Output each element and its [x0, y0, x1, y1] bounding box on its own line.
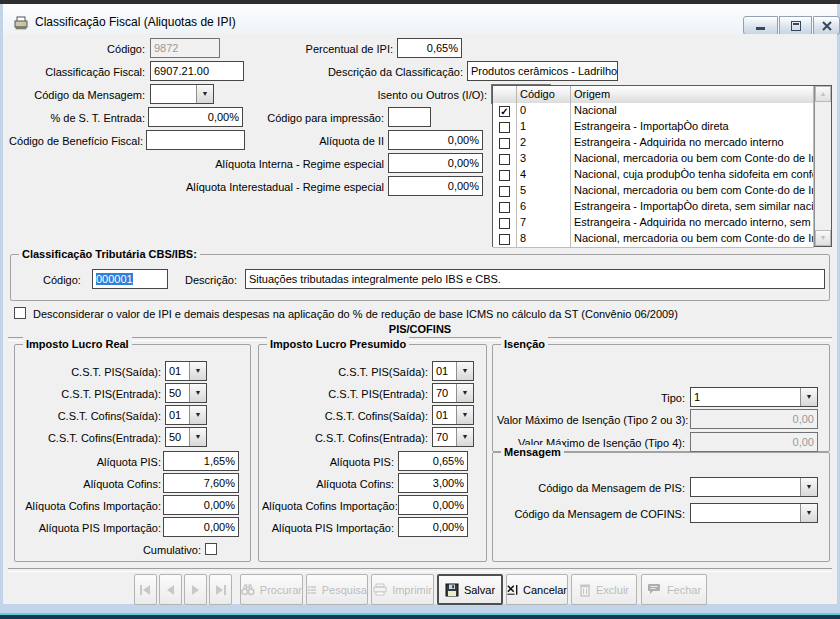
header-codigo[interactable]: Código [517, 86, 571, 103]
chevron-down-icon[interactable]: ▼ [456, 384, 473, 402]
printer-icon [373, 583, 387, 596]
lr-aliquota-cofins-imp-field[interactable]: 0,00% [163, 495, 239, 515]
chevron-down-icon[interactable]: ▼ [800, 388, 817, 406]
row-checkbox[interactable] [499, 218, 510, 229]
origem-row[interactable]: 3 Nacional, mercadoria ou bem com Conte·… [493, 151, 814, 168]
origem-row[interactable]: 7 Estrangeira - Adquirida no mercado int… [493, 215, 814, 232]
origem-row[interactable]: 8 Nacional, mercadoria ou bem com Conte·… [493, 231, 814, 248]
origem-row[interactable]: 2 Estrangeira - Adquirida no mercado int… [493, 135, 814, 152]
origem-row[interactable]: 5 Nacional, mercadoria ou bem com Conte·… [493, 183, 814, 200]
classificacao-fiscal-label: Classificação Fiscal: [2, 65, 145, 79]
codigo-impressao-field[interactable] [388, 107, 431, 127]
header-origem[interactable]: Origem [571, 86, 814, 103]
lr-aliquota-pis-imp-field[interactable]: 0,00% [163, 517, 239, 537]
next-record-button[interactable] [184, 574, 207, 605]
st-entrada-field[interactable]: 0,00% [148, 107, 243, 127]
imprimir-button: Imprimir [371, 574, 434, 605]
row-checkbox[interactable] [499, 154, 510, 165]
excluir-label: Excluir [596, 584, 629, 596]
desconsiderar-label: Desconsiderar o valor de IPI e demais de… [33, 307, 813, 321]
chevron-down-icon[interactable]: ▼ [456, 428, 473, 446]
lr-aliquota-cofins-field[interactable]: 7,60% [163, 473, 239, 493]
descricao-classificacao-field[interactable]: Produtos cerâmicos - Ladrilhos e p [467, 61, 618, 81]
row-origem: Nacional [571, 103, 814, 119]
accent-line [0, 613, 840, 615]
aliquota-ii-field[interactable]: 0,00% [388, 130, 483, 150]
row-checkbox[interactable] [499, 170, 510, 181]
st-entrada-label: % de S. T. Entrada: [2, 111, 145, 125]
percentual-ipi-label: Percentual de IPI: [250, 42, 393, 56]
lr-cst-cofins-saida-dropdown[interactable]: 01▼ [165, 405, 207, 425]
cancelar-button[interactable]: Cancelar [506, 574, 568, 605]
last-record-button[interactable] [209, 574, 232, 605]
fechar-button: Fechar [641, 574, 707, 605]
aliquota-interestadual-field[interactable]: 0,00% [388, 176, 483, 196]
codigo-field: 9872 [150, 38, 220, 58]
lp-cst-pis-saida-dropdown[interactable]: 01▼ [432, 361, 474, 381]
lr-aliquota-pis-field[interactable]: 1,65% [163, 451, 239, 471]
chevron-down-icon[interactable]: ▼ [189, 406, 206, 424]
aliquota-interna-field[interactable]: 0,00% [388, 153, 483, 173]
origem-row[interactable]: 1 Estrangeira - ImportaþÒo direta [493, 119, 814, 136]
lp-cst-cofins-entrada-label: C.S.T. Cofins(Entrada): [280, 431, 428, 445]
isencao-tipo-dropdown[interactable]: 1▼ [690, 387, 818, 407]
first-record-button[interactable] [134, 574, 157, 605]
lr-cst-pis-saida-dropdown[interactable]: 01▼ [165, 361, 207, 381]
lp-aliquota-cofins-imp-field[interactable]: 0,00% [398, 495, 468, 515]
chevron-down-icon[interactable]: ▼ [800, 478, 817, 496]
codigo-mensagem-dropdown[interactable]: ▼ [150, 84, 214, 104]
codigo-beneficio-field[interactable] [146, 130, 245, 150]
previous-record-button[interactable] [159, 574, 182, 605]
row-checkbox[interactable] [499, 202, 510, 213]
chevron-down-icon[interactable]: ▼ [196, 85, 213, 103]
grid-scrollbar[interactable]: ▲ ▼ [814, 86, 831, 246]
first-record-icon [139, 584, 152, 596]
lr-cst-pis-entrada-dropdown[interactable]: 50▼ [165, 383, 207, 403]
imprimir-label: Imprimir [392, 584, 432, 596]
lp-aliquota-cofins-field[interactable]: 3,00% [398, 473, 468, 493]
scroll-up-icon[interactable]: ▲ [815, 86, 831, 102]
chevron-down-icon[interactable]: ▼ [189, 428, 206, 446]
cbs-descricao-field[interactable]: Situações tributadas integralmente pelo … [245, 269, 825, 289]
lr-aliquota-cofins-imp-label: Alíquota Cofins Importação: [16, 499, 161, 513]
chevron-down-icon[interactable]: ▼ [189, 384, 206, 402]
row-checkbox[interactable] [499, 186, 510, 197]
lp-cst-cofins-entrada-dropdown[interactable]: 70▼ [432, 427, 474, 447]
origem-row[interactable]: 4 Nacional, cuja produþÒo tenha sidofeit… [493, 167, 814, 184]
lr-cumulativo-checkbox[interactable] [205, 543, 217, 555]
isencao-tipo-label: Tipo: [497, 391, 685, 405]
chevron-down-icon[interactable]: ▼ [800, 504, 817, 522]
lp-cst-pis-entrada-dropdown[interactable]: 70▼ [432, 383, 474, 403]
cancelar-label: Cancelar [523, 584, 567, 596]
mensagem-cofins-dropdown[interactable]: ▼ [690, 503, 818, 523]
excluir-button: Excluir [571, 574, 637, 605]
row-checkbox[interactable] [499, 122, 510, 133]
close-icon[interactable] [813, 16, 840, 35]
row-checkbox[interactable] [499, 138, 510, 149]
lr-cst-cofins-entrada-dropdown[interactable]: 50▼ [165, 427, 207, 447]
lr-cst-pis-saida-label: C.S.T. PIS(Saída): [16, 365, 161, 379]
chevron-down-icon[interactable]: ▼ [456, 406, 473, 424]
percentual-ipi-field[interactable]: 0,65% [397, 38, 462, 58]
lp-aliquota-pis-field[interactable]: 0,65% [398, 451, 468, 471]
origem-row[interactable]: ✓ 0 Nacional [493, 103, 814, 120]
desconsiderar-checkbox[interactable] [14, 307, 26, 319]
origem-row[interactable]: 6 Estrangeira - ImportaþÒo direta, sem s… [493, 199, 814, 216]
window-icon [13, 15, 29, 31]
classificacao-fiscal-field[interactable]: 6907.21.00 [150, 61, 244, 81]
scroll-down-icon[interactable]: ▼ [815, 230, 831, 246]
minimize-button[interactable] [743, 16, 778, 35]
chevron-down-icon[interactable]: ▼ [189, 362, 206, 380]
lr-aliquota-cofins-label: Alíquota Cofins: [16, 477, 161, 491]
row-checkbox[interactable]: ✓ [499, 106, 510, 117]
lp-cst-cofins-saida-dropdown[interactable]: 01▼ [432, 405, 474, 425]
fechar-label: Fechar [667, 584, 701, 596]
salvar-button[interactable]: Salvar [437, 574, 503, 605]
mensagem-pis-dropdown[interactable]: ▼ [690, 477, 818, 497]
row-checkbox[interactable] [499, 234, 510, 245]
cbs-codigo-field[interactable]: 000001 [92, 269, 168, 289]
lp-aliquota-pis-imp-field[interactable]: 0,00% [398, 517, 468, 537]
chevron-down-icon[interactable]: ▼ [456, 362, 473, 380]
maximize-button[interactable] [779, 16, 812, 35]
origem-grid: Código Origem ✓ 0 Nacional 1 Estrangeira… [492, 85, 832, 247]
